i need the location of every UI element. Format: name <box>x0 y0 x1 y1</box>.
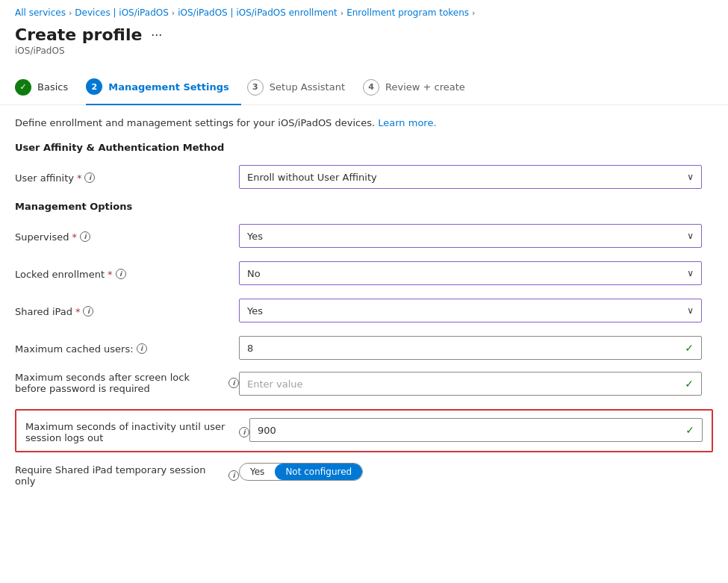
step-4-circle: 4 <box>363 79 379 96</box>
temp-session-row: Require Shared iPad temporary session on… <box>15 463 713 490</box>
required-indicator: * <box>77 172 82 184</box>
screen-lock-input[interactable]: Enter value ✓ <box>239 372 702 396</box>
section-management-title: Management Options <box>15 201 713 212</box>
supervised-select[interactable]: Yes ∨ <box>239 224 702 248</box>
learn-more-link[interactable]: Learn more. <box>378 117 436 128</box>
locked-enrollment-control: No ∨ <box>239 261 702 285</box>
locked-enrollment-label: Locked enrollment * i <box>15 267 239 280</box>
screen-lock-label: Maximum seconds after screen lock before… <box>15 372 239 394</box>
breadcrumb-sep-3: › <box>340 8 343 18</box>
breadcrumb: All services › Devices | iOS/iPadOS › iO… <box>0 0 728 22</box>
screen-lock-info-icon[interactable]: i <box>228 378 239 388</box>
page-header: Create profile ··· iOS/iPadOS <box>0 22 728 60</box>
locked-enrollment-select[interactable]: No ∨ <box>239 261 702 285</box>
max-cached-users-control: 8 ✓ <box>239 336 702 360</box>
max-cached-users-input[interactable]: 8 ✓ <box>239 336 702 360</box>
screen-lock-value: Enter value <box>247 378 303 390</box>
step-1-label: Basics <box>37 81 68 93</box>
step-1-circle: ✓ <box>15 79 31 96</box>
breadcrumb-sep-1: › <box>69 8 72 18</box>
locked-enrollment-info-icon[interactable]: i <box>116 269 126 279</box>
step-review-create[interactable]: 4 Review + create <box>363 72 477 105</box>
user-affinity-control: Enroll without User Affinity ∨ <box>239 165 702 189</box>
inactivity-control: 900 ✓ <box>249 418 703 442</box>
locked-enrollment-row: Locked enrollment * i No ∨ <box>15 260 713 287</box>
inactivity-info-icon[interactable]: i <box>239 427 249 437</box>
breadcrumb-ios-enrollment[interactable]: iOS/iPadOS | iOS/iPadOS enrollment <box>178 7 337 18</box>
screen-lock-row: Maximum seconds after screen lock before… <box>15 372 713 399</box>
main-content: Define enrollment and management setting… <box>0 117 728 515</box>
inactivity-input[interactable]: 900 ✓ <box>249 418 703 442</box>
shared-ipad-row: Shared iPad * i Yes ∨ <box>15 297 713 324</box>
breadcrumb-all-services[interactable]: All services <box>15 7 66 18</box>
chevron-down-icon-4: ∨ <box>687 305 694 316</box>
step-management-settings[interactable]: 2 Management Settings <box>86 71 241 105</box>
shared-ipad-info-icon[interactable]: i <box>83 306 93 317</box>
shared-ipad-control: Yes ∨ <box>239 299 702 322</box>
page-title: Create profile <box>15 25 142 44</box>
chevron-down-icon-2: ∨ <box>687 231 694 241</box>
steps-bar: ✓ Basics 2 Management Settings 3 Setup A… <box>0 60 728 105</box>
breadcrumb-sep-2: › <box>172 8 175 18</box>
supervised-value: Yes <box>247 231 263 242</box>
shared-ipad-value: Yes <box>247 305 263 317</box>
step-setup-assistant[interactable]: 3 Setup Assistant <box>247 72 357 105</box>
shared-ipad-select[interactable]: Yes ∨ <box>239 299 702 322</box>
supervised-control: Yes ∨ <box>239 224 702 248</box>
step-4-label: Review + create <box>385 81 465 93</box>
inactivity-label: Maximum seconds of inactivity until user… <box>25 418 249 443</box>
inactivity-highlighted-row: Maximum seconds of inactivity until user… <box>15 409 713 452</box>
check-icon-inactivity: ✓ <box>685 424 694 436</box>
temp-session-toggle-group: Yes Not configured <box>239 463 363 481</box>
user-affinity-row: User affinity * i Enroll without User Af… <box>15 163 713 190</box>
screen-lock-control: Enter value ✓ <box>239 372 702 396</box>
breadcrumb-sep-4: › <box>472 8 475 18</box>
step-2-label: Management Settings <box>108 81 229 93</box>
chevron-down-icon-3: ∨ <box>687 268 694 278</box>
locked-enrollment-value: No <box>247 268 261 279</box>
inactivity-value: 900 <box>258 425 276 436</box>
shared-ipad-label: Shared iPad * i <box>15 305 239 317</box>
section-user-affinity-title: User Affinity & Authentication Method <box>15 142 713 153</box>
max-cached-users-value: 8 <box>247 343 253 354</box>
max-cached-users-row: Maximum cached users: i 8 ✓ <box>15 334 713 361</box>
temp-session-not-configured-button[interactable]: Not configured <box>275 464 362 480</box>
max-cached-users-label: Maximum cached users: i <box>15 342 239 355</box>
step-2-circle: 2 <box>86 78 102 95</box>
chevron-down-icon: ∨ <box>687 172 694 182</box>
temp-session-label: Require Shared iPad temporary session on… <box>15 463 239 487</box>
user-affinity-info-icon[interactable]: i <box>84 172 95 183</box>
user-affinity-value: Enroll without User Affinity <box>247 172 377 183</box>
more-options-button[interactable]: ··· <box>148 25 165 44</box>
required-indicator-locked: * <box>108 269 113 280</box>
check-icon-cached: ✓ <box>685 342 694 354</box>
supervised-info-icon[interactable]: i <box>80 231 90 242</box>
breadcrumb-devices-ios[interactable]: Devices | iOS/iPadOS <box>75 7 168 18</box>
page-subtitle: iOS/iPadOS <box>15 46 713 56</box>
step-basics[interactable]: ✓ Basics <box>15 72 80 105</box>
supervised-row: Supervised * i Yes ∨ <box>15 222 713 249</box>
breadcrumb-enrollment-tokens[interactable]: Enrollment program tokens <box>346 7 469 18</box>
description-text: Define enrollment and management setting… <box>15 117 713 128</box>
required-indicator-supervised: * <box>72 231 77 243</box>
user-affinity-label: User affinity * i <box>15 171 239 184</box>
temp-session-yes-button[interactable]: Yes <box>240 464 275 480</box>
max-cached-info-icon[interactable]: i <box>137 343 147 354</box>
user-affinity-select[interactable]: Enroll without User Affinity ∨ <box>239 165 702 189</box>
temp-session-control: Yes Not configured <box>239 463 702 481</box>
check-icon-screen-lock: ✓ <box>685 378 694 390</box>
step-3-label: Setup Assistant <box>270 81 345 93</box>
required-indicator-shared: * <box>75 306 81 317</box>
step-3-circle: 3 <box>247 79 264 96</box>
temp-session-info-icon[interactable]: i <box>228 470 239 481</box>
supervised-label: Supervised * i <box>15 230 239 243</box>
